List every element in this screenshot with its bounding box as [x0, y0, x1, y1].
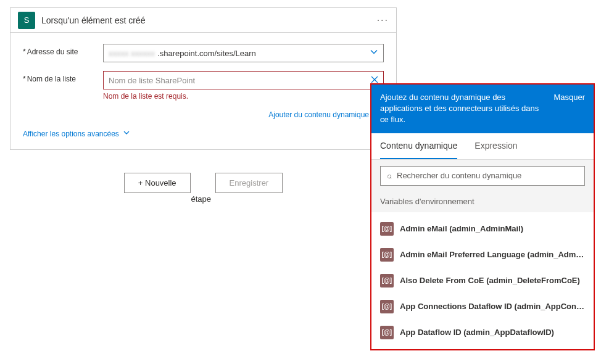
tab-expression[interactable]: Expression	[475, 133, 517, 159]
dynamic-content-flyout: Ajoutez du contenu dynamique des applica…	[370, 83, 595, 350]
item-label: App Dataflow ID (admin_AppDataflowID)	[400, 328, 554, 337]
field-list-name: Nom de la liste Nom de liste SharePoint …	[23, 71, 384, 101]
list-name-input[interactable]: Nom de liste SharePoint	[103, 71, 384, 89]
list-item[interactable]: [@] App Connections Dataflow ID (admin_A…	[371, 294, 594, 320]
new-step-button[interactable]: + Nouvelle	[124, 173, 191, 193]
action-row: + Nouvelle Enregistrer	[10, 173, 397, 193]
item-label: Also Delete From CoE (admin_DeleteFromCo…	[400, 276, 580, 285]
item-label: App Connections Dataflow ID (admin_AppCo…	[400, 302, 585, 311]
field-site-address: Adresse du site xxxxx xxxxxx .sharepoint…	[23, 44, 384, 62]
site-value-prefix: xxxxx xxxxxx	[109, 49, 155, 58]
site-value-suffix: .sharepoint.com/sites/Learn	[157, 49, 256, 58]
card-body: Adresse du site xxxxx xxxxxx .sharepoint…	[10, 33, 396, 149]
flyout-tabs: Contenu dynamique Expression	[371, 133, 594, 160]
list-error-text: Nom de la liste est requis.	[103, 92, 384, 101]
search-input[interactable]: ⌕ Rechercher du contenu dynamique	[380, 166, 585, 186]
section-header-env-vars: Variables d'environnement	[371, 191, 594, 212]
chevron-down-icon[interactable]	[370, 48, 378, 59]
action-sub: étape	[10, 194, 397, 204]
flyout-header-text: Ajoutez du contenu dynamique des applica…	[380, 92, 547, 126]
chevron-down-icon	[123, 129, 130, 138]
item-label: Admin eMail (admin_AdminMail)	[400, 224, 523, 233]
token-icon: [@]	[380, 300, 394, 313]
trigger-card: S Lorsqu'un élément est créé ··· Adresse…	[10, 7, 397, 150]
site-address-input[interactable]: xxxxx xxxxxx .sharepoint.com/sites/Learn	[103, 44, 384, 62]
token-icon: [@]	[380, 274, 394, 287]
add-dynamic-row: Ajouter du contenu dynamique +	[23, 109, 384, 120]
show-advanced-link[interactable]: Afficher les options avancées	[23, 126, 130, 142]
sharepoint-icon: S	[18, 12, 35, 29]
add-dynamic-content-link[interactable]: Ajouter du contenu dynamique	[268, 110, 369, 119]
list-item[interactable]: [@] Also Delete From CoE (admin_DeleteFr…	[371, 268, 594, 294]
save-button[interactable]: Enregistrer	[215, 173, 283, 193]
flyout-search-wrap: ⌕ Rechercher du contenu dynamique	[371, 160, 594, 191]
new-step-sub-label: étape	[154, 194, 253, 204]
list-item[interactable]: [@] App Dataflow ID (admin_AppDataflowID…	[371, 320, 594, 345]
ellipsis-icon[interactable]: ···	[377, 15, 389, 26]
hide-flyout-link[interactable]: Masquer	[553, 92, 585, 103]
search-icon: ⌕	[387, 171, 392, 180]
card-title: Lorsqu'un élément est créé	[41, 15, 377, 25]
item-label: Admin eMail Preferred Language (admin_Ad…	[400, 250, 585, 259]
token-icon: [@]	[380, 248, 394, 262]
card-header[interactable]: S Lorsqu'un élément est créé ···	[10, 8, 396, 33]
list-label: Nom de la liste	[23, 71, 103, 83]
flyout-header: Ajoutez du contenu dynamique des applica…	[371, 85, 594, 133]
list-item[interactable]: [@] Admin eMail (admin_AdminMail)	[371, 216, 594, 242]
token-icon: [@]	[380, 326, 394, 339]
list-item[interactable]: [@] Admin eMail Preferred Language (admi…	[371, 242, 594, 268]
advanced-label: Afficher les options avancées	[23, 130, 119, 138]
dynamic-content-list: [@] Admin eMail (admin_AdminMail) [@] Ad…	[371, 212, 594, 349]
token-icon: [@]	[380, 222, 394, 236]
list-placeholder: Nom de liste SharePoint	[109, 76, 195, 85]
site-label: Adresse du site	[23, 44, 103, 56]
tab-dynamic-content[interactable]: Contenu dynamique	[380, 133, 457, 159]
search-placeholder: Rechercher du contenu dynamique	[397, 171, 521, 180]
